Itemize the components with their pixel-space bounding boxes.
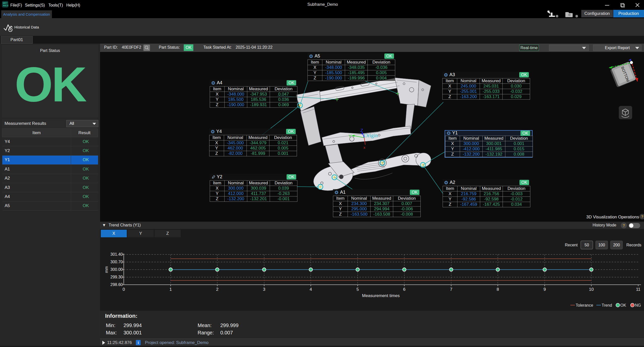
svg-text:5: 5 xyxy=(356,287,359,292)
svg-text:Tolerance: Tolerance xyxy=(576,303,593,307)
svg-text:300.70: 300.70 xyxy=(110,260,123,264)
svg-text:299.30: 299.30 xyxy=(110,275,123,279)
svg-text:x: x xyxy=(363,145,365,150)
svg-text:6: 6 xyxy=(403,287,405,292)
svg-text:7: 7 xyxy=(450,287,452,292)
svg-text:301.40: 301.40 xyxy=(110,252,123,256)
svg-text:100: 100 xyxy=(598,243,605,247)
svg-text:2: 2 xyxy=(216,287,218,292)
svg-text:300.00: 300.00 xyxy=(110,267,123,272)
svg-text:200: 200 xyxy=(613,243,620,247)
svg-text:Z: Z xyxy=(360,128,363,133)
svg-text:Records: Records xyxy=(626,243,641,247)
svg-text:NG: NG xyxy=(635,303,641,307)
svg-text:Y: Y xyxy=(349,134,351,139)
svg-text:Measurement times: Measurement times xyxy=(362,293,400,298)
svg-text:Origin: Origin xyxy=(364,132,378,138)
svg-text:3: 3 xyxy=(263,287,265,292)
svg-text:1: 1 xyxy=(169,287,172,292)
svg-text:0: 0 xyxy=(122,287,125,292)
svg-text:mm: mm xyxy=(104,266,109,273)
svg-text:Trend: Trend xyxy=(602,303,612,307)
svg-text:OK: OK xyxy=(620,303,626,307)
svg-text:MET: MET xyxy=(3,2,8,4)
svg-text:10: 10 xyxy=(589,287,594,292)
svg-text:RICS: RICS xyxy=(3,4,8,7)
svg-text:9: 9 xyxy=(543,287,546,292)
svg-text:Recent: Recent xyxy=(565,243,578,247)
svg-text:11: 11 xyxy=(636,287,640,292)
svg-text:4: 4 xyxy=(310,287,312,292)
svg-text:298.60: 298.60 xyxy=(110,282,123,287)
svg-text:8: 8 xyxy=(497,287,499,292)
svg-text:50: 50 xyxy=(585,243,589,247)
